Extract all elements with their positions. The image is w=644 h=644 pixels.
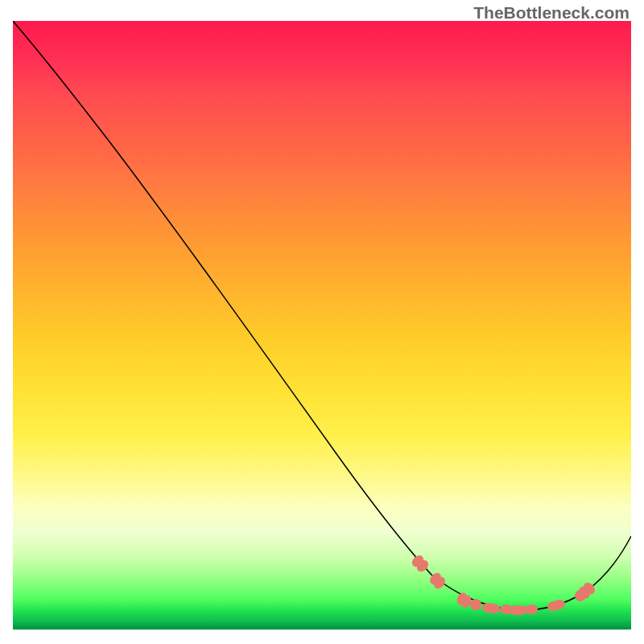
bottleneck-curve bbox=[13, 21, 631, 610]
dot-icon bbox=[525, 605, 538, 614]
data-dots bbox=[410, 553, 597, 615]
dot-icon bbox=[487, 604, 500, 613]
curve-overlay bbox=[13, 21, 631, 630]
watermark-text: TheBottleneck.com bbox=[473, 3, 630, 23]
chart-container: TheBottleneck.com bbox=[0, 0, 644, 644]
